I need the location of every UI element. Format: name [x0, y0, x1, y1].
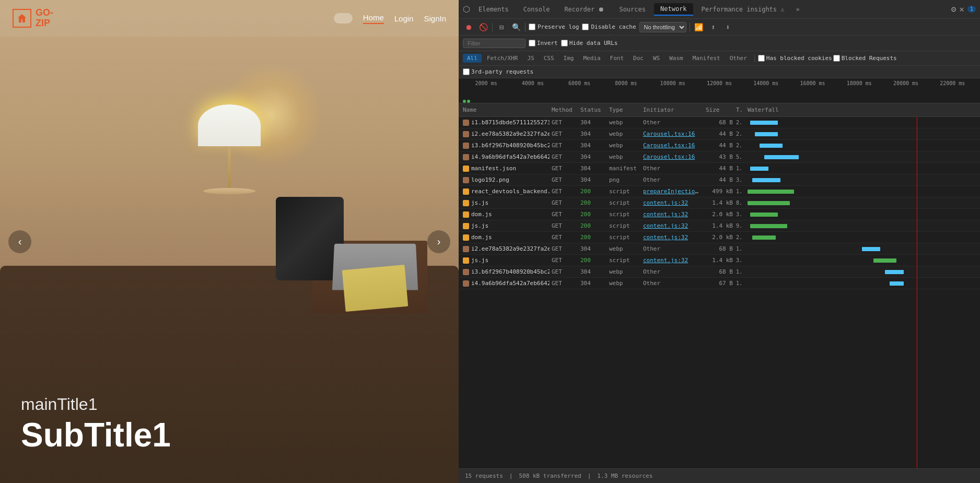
- lamp: [198, 104, 261, 194]
- nav-toggle[interactable]: [334, 13, 353, 23]
- waterfall-bar: [752, 178, 780, 182]
- td-status: 304: [578, 119, 607, 126]
- waterfall-bar: [890, 281, 904, 286]
- td-time: 1.: [735, 280, 745, 286]
- table-row[interactable]: js.js GET 200 script content.js:32 1.4 k…: [459, 220, 980, 232]
- initiator-link[interactable]: content.js:32: [643, 234, 688, 241]
- table-row[interactable]: i4.9a6b96dfa542a7eb6642.we... GET 304 we…: [459, 151, 980, 163]
- td-initiator: Other: [641, 268, 704, 275]
- initiator-link[interactable]: Carousel.tsx:16: [643, 154, 695, 160]
- table-row[interactable]: js.js GET 200 script content.js:32 1.4 k…: [459, 197, 980, 209]
- table-row[interactable]: i4.9a6b96dfa542a7eb6642.we... GET 304 we…: [459, 278, 980, 289]
- more-tabs-button[interactable]: »: [793, 6, 803, 13]
- filter-ws[interactable]: WS: [649, 54, 664, 63]
- td-status: 200: [578, 222, 607, 229]
- tab-recorder[interactable]: Recorder ⏺: [558, 4, 611, 15]
- th-waterfall[interactable]: Waterfall: [745, 107, 978, 113]
- devtools-settings-icon[interactable]: ⚙: [951, 4, 956, 14]
- table-row[interactable]: js.js GET 200 script content.js:32 1.4 k…: [459, 255, 980, 266]
- filter-all[interactable]: All: [463, 54, 482, 63]
- initiator-link[interactable]: Carousel.tsx:16: [643, 131, 695, 137]
- td-initiator: content.js:32: [641, 199, 704, 206]
- carousel-next-button[interactable]: ›: [427, 230, 450, 253]
- clear-button[interactable]: 🚫: [477, 21, 489, 33]
- td-size: 67 B: [704, 280, 735, 287]
- tab-sources[interactable]: Sources: [613, 4, 652, 15]
- filter-doc[interactable]: Doc: [629, 54, 648, 63]
- lamp-shade: [198, 104, 261, 146]
- initiator-link[interactable]: content.js:32: [643, 222, 688, 229]
- tab-network[interactable]: Network: [654, 3, 693, 16]
- td-time: 2.: [735, 143, 745, 148]
- upload-icon[interactable]: ⬆: [708, 21, 719, 33]
- has-blocked-cookies-checkbox[interactable]: Has blocked cookies: [758, 55, 832, 62]
- filter-media[interactable]: Media: [579, 54, 604, 63]
- th-name[interactable]: Name: [461, 107, 550, 113]
- invert-checkbox[interactable]: Invert: [529, 40, 558, 46]
- hide-data-urls-checkbox[interactable]: Hide data URLs: [561, 40, 618, 46]
- table-row[interactable]: manifest.json GET 304 manifest Other 44 …: [459, 163, 980, 174]
- td-initiator: Carousel.tsx:16: [641, 154, 704, 160]
- blocked-requests-input[interactable]: [833, 55, 840, 62]
- filter-font[interactable]: Font: [606, 54, 628, 63]
- th-initiator[interactable]: Initiator: [641, 107, 704, 113]
- hide-data-urls-input[interactable]: [561, 40, 568, 46]
- nav-login[interactable]: Login: [394, 14, 414, 23]
- table-row[interactable]: logo192.png GET 304 png Other 44 B 3.: [459, 174, 980, 186]
- carousel-prev-button[interactable]: ‹: [8, 230, 31, 253]
- preserve-log-input[interactable]: [529, 23, 535, 30]
- th-method[interactable]: Method: [550, 107, 578, 113]
- tab-elements[interactable]: Elements: [472, 4, 515, 15]
- filter-manifest[interactable]: Manifest: [689, 54, 725, 63]
- table-row[interactable]: react_devtools_backend.js GET 200 script…: [459, 186, 980, 197]
- table-row[interactable]: i3.b6f2967b408920b45bc2.we... GET 304 we…: [459, 266, 980, 278]
- th-status[interactable]: Status: [578, 107, 607, 113]
- third-party-input[interactable]: [463, 68, 470, 75]
- third-party-checkbox[interactable]: 3rd-party requests: [463, 68, 533, 75]
- disable-cache-input[interactable]: [582, 23, 589, 30]
- table-row[interactable]: i2.ee78a5382a9e2327fa2e.we... GET 304 we…: [459, 128, 980, 140]
- disable-cache-checkbox[interactable]: Disable cache: [582, 23, 636, 30]
- filter-input[interactable]: [463, 39, 526, 48]
- filter-icon[interactable]: ⊟: [496, 21, 507, 33]
- filter-fetch-xhr[interactable]: Fetch/XHR: [483, 54, 522, 63]
- filter-wasm[interactable]: Wasm: [665, 54, 687, 63]
- initiator-link[interactable]: content.js:32: [643, 199, 688, 206]
- preserve-log-checkbox[interactable]: Preserve log: [529, 23, 579, 30]
- th-type[interactable]: Type: [607, 107, 641, 113]
- filter-other[interactable]: Other: [726, 54, 751, 63]
- record-button[interactable]: ⏺: [463, 21, 474, 33]
- nav-home[interactable]: Home: [363, 13, 384, 24]
- table-row[interactable]: dom.js GET 200 script content.js:32 2.0 …: [459, 232, 980, 243]
- invert-input[interactable]: [529, 40, 535, 46]
- separator-dot-1: |: [509, 473, 513, 479]
- table-row[interactable]: i3.b6f2967b408920b45bc2.we... GET 304 we…: [459, 140, 980, 151]
- filter-css[interactable]: CSS: [540, 54, 558, 63]
- initiator-link[interactable]: prepareInjection.js:525: [643, 188, 704, 195]
- th-size[interactable]: Size: [704, 107, 735, 113]
- table-row[interactable]: dom.js GET 200 script content.js:32 2.0 …: [459, 209, 980, 220]
- tab-performance[interactable]: Performance insights ⚠: [695, 4, 791, 15]
- td-name: i3.b6f2967b408920b45bc2.we...: [461, 268, 550, 275]
- waterfall-bar: [750, 167, 769, 171]
- nav-signin[interactable]: SignIn: [424, 14, 446, 23]
- search-icon[interactable]: 🔍: [510, 21, 522, 33]
- initiator-link[interactable]: content.js:32: [643, 211, 688, 218]
- home-icon: [17, 13, 27, 23]
- table-row[interactable]: i1.b8715dbde57111255273.we... GET 304 we…: [459, 117, 980, 128]
- initiator-link[interactable]: Carousel.tsx:16: [643, 142, 695, 149]
- wifi-icon[interactable]: 📶: [693, 21, 705, 33]
- throttling-select[interactable]: No throttling: [639, 22, 686, 32]
- table-row[interactable]: i2.ee78a5382a9e2327fa2e.we... GET 304 we…: [459, 243, 980, 255]
- th-time[interactable]: T.: [735, 107, 745, 113]
- tab-console[interactable]: Console: [517, 4, 556, 15]
- download-icon[interactable]: ⬇: [722, 21, 734, 33]
- has-blocked-cookies-input[interactable]: [758, 55, 765, 62]
- filter-img[interactable]: Img: [559, 54, 578, 63]
- initiator-link[interactable]: content.js:32: [643, 257, 688, 264]
- waterfall-bar: [862, 247, 881, 251]
- filter-js[interactable]: JS: [523, 54, 538, 63]
- devtools-close-icon[interactable]: ✕: [959, 4, 964, 14]
- timeline-label-1: 4000 ms: [509, 80, 556, 86]
- blocked-requests-checkbox[interactable]: Blocked Requests: [833, 55, 897, 62]
